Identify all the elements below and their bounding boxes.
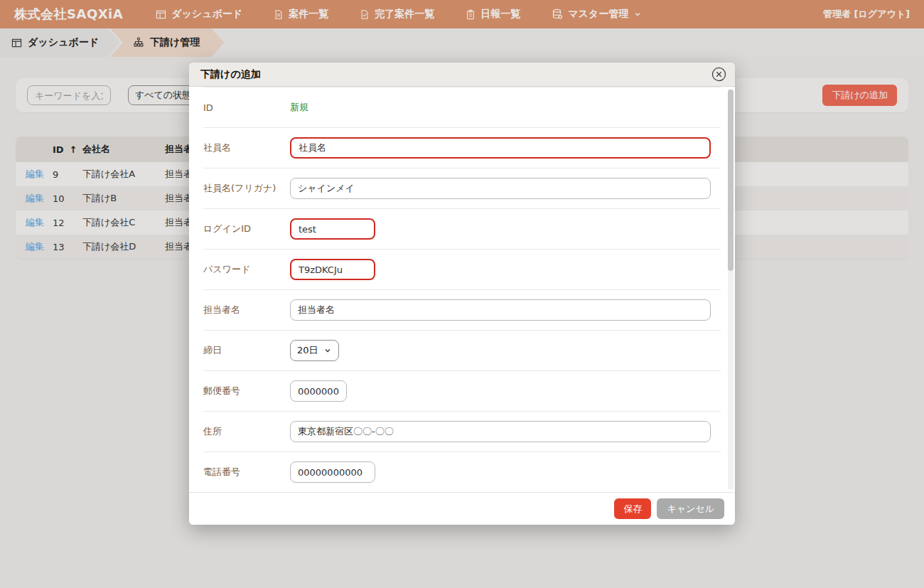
field-control bbox=[290, 259, 721, 280]
form-row-employee-name: 社員名 bbox=[203, 127, 721, 168]
employee-name-kana-input[interactable] bbox=[290, 178, 711, 199]
field-label-address: 住所 bbox=[203, 425, 290, 438]
modal-header: 下請けの追加 bbox=[189, 63, 735, 87]
postal-code-input[interactable] bbox=[290, 380, 347, 402]
field-control bbox=[290, 299, 721, 321]
field-control: 20日 bbox=[290, 340, 721, 361]
modal-title: 下請けの追加 bbox=[200, 68, 261, 81]
cancel-button[interactable]: キャンセル bbox=[657, 498, 724, 519]
form-row-employee-name-kana: 社員名(フリガナ) bbox=[203, 168, 721, 208]
form-row-address: 住所 bbox=[203, 411, 721, 451]
field-control: 新規 bbox=[290, 101, 721, 114]
field-label-employee-name: 社員名 bbox=[203, 141, 290, 154]
manager-name-input[interactable] bbox=[290, 299, 711, 321]
modal-footer: 保存 キャンセル bbox=[189, 492, 735, 525]
close-icon[interactable] bbox=[711, 67, 726, 82]
field-label-closing-day: 締日 bbox=[203, 344, 290, 357]
field-control bbox=[290, 421, 721, 442]
form-row-password: パスワード bbox=[203, 249, 721, 289]
field-label-record-id: ID bbox=[203, 102, 290, 113]
field-label-login-id: ログインID bbox=[203, 223, 290, 235]
record-id-value: 新規 bbox=[290, 101, 308, 114]
field-label-manager-name: 担当者名 bbox=[203, 304, 290, 316]
modal-form: ID新規社員名社員名(フリガナ)ログインIDパスワード担当者名締日20日郵便番号… bbox=[189, 87, 735, 492]
select-value: 20日 bbox=[297, 344, 318, 357]
save-button[interactable]: 保存 bbox=[614, 498, 651, 519]
field-label-employee-name-kana: 社員名(フリガナ) bbox=[203, 182, 290, 195]
add-subcontractor-modal: 下請けの追加 ID新規社員名社員名(フリガナ)ログインIDパスワード担当者名締日… bbox=[189, 63, 735, 525]
field-control bbox=[290, 218, 721, 240]
field-label-password: パスワード bbox=[203, 263, 290, 276]
field-control bbox=[290, 178, 721, 199]
form-row-postal-code: 郵便番号 bbox=[203, 370, 721, 411]
form-row-record-id: ID新規 bbox=[203, 87, 721, 127]
form-row-phone-number: 電話番号 bbox=[203, 451, 721, 492]
field-control bbox=[290, 461, 721, 483]
login-id-input[interactable] bbox=[290, 218, 375, 240]
chevron-down-icon bbox=[323, 346, 332, 355]
form-row-closing-day: 締日20日 bbox=[203, 330, 721, 370]
field-label-phone-number: 電話番号 bbox=[203, 466, 290, 479]
address-input[interactable] bbox=[290, 421, 711, 442]
closing-day-select[interactable]: 20日 bbox=[290, 340, 339, 361]
field-control bbox=[290, 137, 721, 159]
scrollbar-thumb[interactable] bbox=[728, 90, 734, 271]
phone-number-input[interactable] bbox=[290, 461, 375, 483]
form-row-login-id: ログインID bbox=[203, 208, 721, 249]
employee-name-input[interactable] bbox=[290, 137, 711, 159]
password-input[interactable] bbox=[290, 259, 375, 280]
field-control bbox=[290, 380, 721, 402]
field-label-postal-code: 郵便番号 bbox=[203, 385, 290, 397]
form-row-manager-name: 担当者名 bbox=[203, 289, 721, 330]
